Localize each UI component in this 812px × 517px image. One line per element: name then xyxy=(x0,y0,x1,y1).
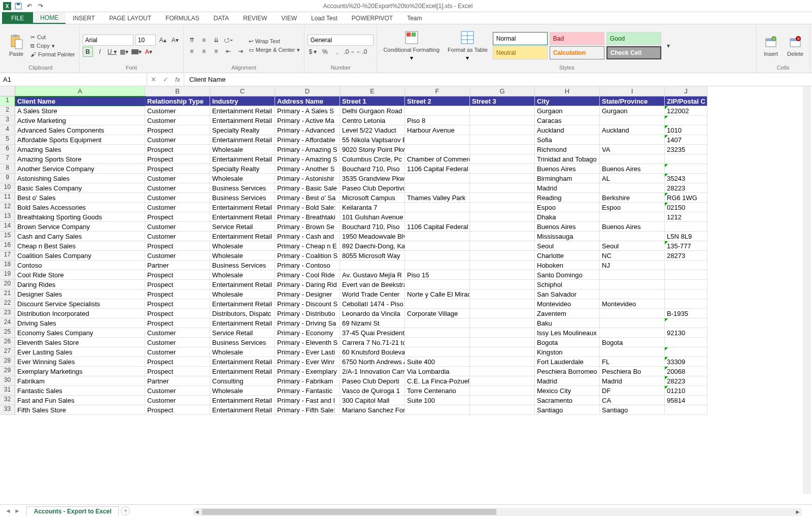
cell[interactable] xyxy=(600,212,665,222)
cell[interactable] xyxy=(470,396,535,405)
cell[interactable]: Discount Service Specialists xyxy=(15,299,145,309)
cell[interactable]: Entertainment Retail xyxy=(210,318,275,328)
cell[interactable]: 35243 xyxy=(665,174,707,183)
align-bottom-icon[interactable]: ⇊ xyxy=(211,35,221,45)
cell[interactable]: Entertainment Retail xyxy=(210,232,275,241)
col-header[interactable]: F xyxy=(405,86,470,96)
cell[interactable] xyxy=(470,357,535,367)
row-header[interactable]: 16 xyxy=(0,241,15,251)
cell[interactable]: Montevideo xyxy=(535,299,600,309)
cell[interactable]: Wholesale xyxy=(210,251,275,261)
cell[interactable]: Consulting xyxy=(210,376,275,386)
cell[interactable]: 135-777 xyxy=(665,241,707,251)
cell[interactable]: Bouchard 710, Piso xyxy=(340,164,405,174)
cell[interactable]: Madrid xyxy=(600,376,665,386)
cell[interactable]: Norte y Calle El Mirador xyxy=(405,289,470,299)
cell[interactable]: B-1935 xyxy=(665,309,707,318)
scroll-right-icon[interactable]: ► xyxy=(794,508,802,515)
cell[interactable]: 69 Nizami St xyxy=(340,318,405,328)
cell[interactable] xyxy=(470,193,535,203)
cell[interactable]: Customer xyxy=(145,347,210,357)
cell[interactable] xyxy=(600,328,665,338)
cell[interactable]: Fantastic Sales xyxy=(15,386,145,396)
cell[interactable]: 892 Daechi-Dong, Kangnam-Gu xyxy=(340,241,405,251)
cell[interactable]: Schiphol xyxy=(535,280,600,289)
cell[interactable]: Designer Sales xyxy=(15,289,145,299)
cell[interactable]: Active Marketing xyxy=(15,116,145,125)
cell[interactable]: Customer xyxy=(145,232,210,241)
cell[interactable]: Customer xyxy=(145,183,210,193)
tab-load-test[interactable]: Load Test xyxy=(304,12,345,24)
cell[interactable]: 95814 xyxy=(665,396,707,405)
cell[interactable]: Columbus Circle, Pc xyxy=(340,154,405,164)
cell[interactable] xyxy=(470,261,535,270)
cell[interactable]: Partner xyxy=(145,261,210,270)
cell[interactable] xyxy=(405,299,470,309)
cell[interactable] xyxy=(470,174,535,183)
cell[interactable]: Cool Ride Store xyxy=(15,270,145,280)
cell[interactable]: Service Retail xyxy=(210,222,275,232)
cell[interactable]: Customer xyxy=(145,328,210,338)
cell[interactable] xyxy=(470,299,535,309)
cell[interactable] xyxy=(470,367,535,376)
cell[interactable] xyxy=(405,347,470,357)
font-color-button[interactable]: A▾ xyxy=(144,47,154,57)
cell[interactable]: Entertainment Retail xyxy=(210,116,275,125)
cell[interactable]: RG6 1WG xyxy=(665,193,707,203)
underline-button[interactable]: U ▾ xyxy=(107,47,117,57)
col-header[interactable]: B xyxy=(145,86,210,96)
cell[interactable]: Prospect xyxy=(145,241,210,251)
cell[interactable] xyxy=(665,347,707,357)
cell[interactable]: Reading xyxy=(535,193,600,203)
cell[interactable]: Baku xyxy=(535,318,600,328)
cell[interactable]: Santo Domingo xyxy=(535,270,600,280)
row-header[interactable]: 8 xyxy=(0,164,15,174)
row-header[interactable]: 22 xyxy=(0,299,15,309)
cell[interactable] xyxy=(405,232,470,241)
cell[interactable]: Vasco de Quiroga 1 xyxy=(340,386,405,396)
cell[interactable]: Dhaka xyxy=(535,212,600,222)
cell[interactable]: Primary - Exemplary xyxy=(275,367,340,376)
tab-review[interactable]: REVIEW xyxy=(236,12,274,24)
cell[interactable]: Suite 100 xyxy=(405,396,470,405)
number-format-select[interactable] xyxy=(308,35,374,46)
increase-decimal-icon[interactable]: .0→ xyxy=(344,47,354,57)
row-header[interactable]: 5 xyxy=(0,135,15,145)
cell[interactable]: Entertainment Retail xyxy=(210,299,275,309)
cell[interactable] xyxy=(470,125,535,135)
cell[interactable]: Coalition Sales Company xyxy=(15,251,145,261)
cell[interactable]: Primary - Affordable xyxy=(275,135,340,145)
row-header[interactable]: 32 xyxy=(0,396,15,405)
cell[interactable]: Trinidad and Tobago xyxy=(535,154,600,164)
cell[interactable]: Primary - Fabrikam xyxy=(275,376,340,386)
cell[interactable] xyxy=(665,338,707,347)
cell[interactable]: Torre Centenario xyxy=(405,386,470,396)
row-header[interactable]: 20 xyxy=(0,280,15,289)
cell[interactable] xyxy=(665,405,707,415)
col-header[interactable]: D xyxy=(275,86,340,96)
cell[interactable]: Breathtaking Sporting Goods xyxy=(15,212,145,222)
cell[interactable]: Basic Sales Company xyxy=(15,183,145,193)
cell[interactable]: Peschiera Borromeo xyxy=(535,367,600,376)
row-header[interactable]: 18 xyxy=(0,261,15,270)
cell[interactable] xyxy=(405,183,470,193)
cell[interactable] xyxy=(470,347,535,357)
horizontal-scrollbar[interactable]: ◄ ► xyxy=(193,508,802,516)
cell[interactable]: Primary - Ever Lasti xyxy=(275,347,340,357)
cell[interactable]: Wholesale xyxy=(210,174,275,183)
style-bad[interactable]: Bad xyxy=(550,32,604,45)
col-header[interactable]: A xyxy=(15,86,145,96)
cell[interactable] xyxy=(405,405,470,415)
cell[interactable] xyxy=(470,405,535,415)
cell[interactable]: Entertainment Retail xyxy=(210,135,275,145)
cell[interactable] xyxy=(600,135,665,145)
cell[interactable] xyxy=(405,318,470,328)
cell[interactable] xyxy=(405,241,470,251)
cell[interactable]: L5N 8L9 xyxy=(665,232,707,241)
cell[interactable]: Primary - Cheap n E xyxy=(275,241,340,251)
cell[interactable] xyxy=(600,116,665,125)
cell[interactable]: 20068 xyxy=(665,367,707,376)
cell[interactable]: Prospect xyxy=(145,164,210,174)
col-header[interactable]: H xyxy=(535,86,600,96)
cell[interactable]: Leonardo da Vincila xyxy=(340,309,405,318)
